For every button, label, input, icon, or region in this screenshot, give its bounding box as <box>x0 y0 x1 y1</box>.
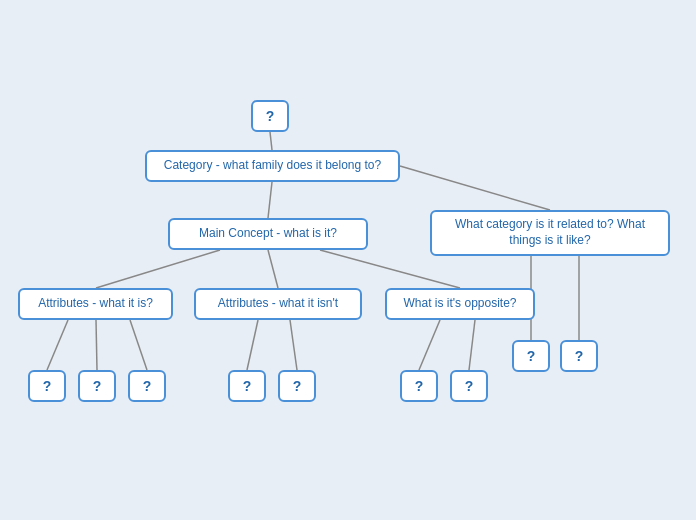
svg-line-11 <box>247 320 258 370</box>
q-isnt2-node: ? <box>278 370 316 402</box>
q-r1-node: ? <box>512 340 550 372</box>
svg-line-10 <box>130 320 147 370</box>
q-r2-node: ? <box>560 340 598 372</box>
q-is1-node: ? <box>28 370 66 402</box>
svg-line-13 <box>419 320 440 370</box>
main-concept-node: Main Concept - what is it? <box>168 218 368 250</box>
svg-line-3 <box>96 250 220 288</box>
root-node: ? <box>251 100 289 132</box>
svg-line-4 <box>268 250 278 288</box>
svg-line-9 <box>96 320 97 370</box>
category-node: Category - what family does it belong to… <box>145 150 400 182</box>
attr-is-node: Attributes - what it is? <box>18 288 173 320</box>
svg-line-1 <box>268 182 272 218</box>
related-node: What category is it related to? What thi… <box>430 210 670 256</box>
opposite-node: What is it's opposite? <box>385 288 535 320</box>
svg-line-0 <box>270 132 272 150</box>
attr-isnt-node: Attributes - what it isn't <box>194 288 362 320</box>
svg-line-2 <box>400 166 550 210</box>
q-opp2-node: ? <box>450 370 488 402</box>
q-isnt1-node: ? <box>228 370 266 402</box>
svg-line-8 <box>47 320 68 370</box>
q-is2-node: ? <box>78 370 116 402</box>
q-is3-node: ? <box>128 370 166 402</box>
svg-line-12 <box>290 320 297 370</box>
svg-line-14 <box>469 320 475 370</box>
connector-layer <box>0 0 696 520</box>
q-opp1-node: ? <box>400 370 438 402</box>
